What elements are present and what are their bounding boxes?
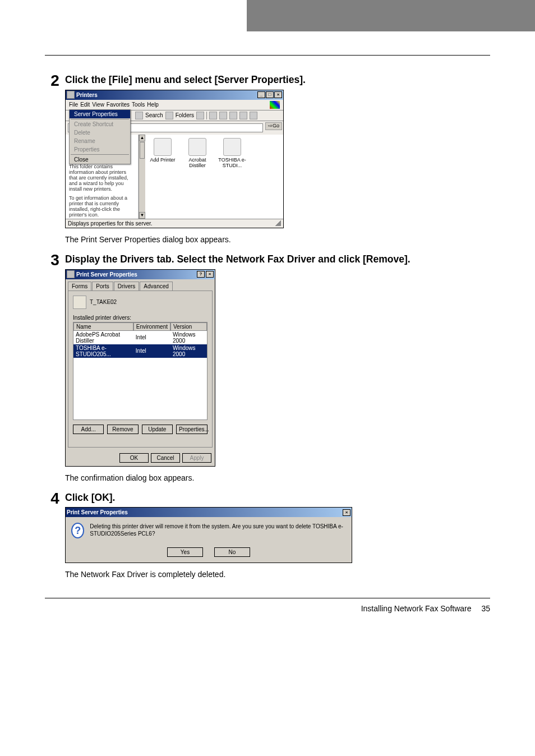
scroll-thumb[interactable] <box>140 142 145 159</box>
tab-drivers[interactable]: Drivers <box>114 282 140 291</box>
no-button[interactable]: No <box>214 547 250 557</box>
scroll-down-icon[interactable]: ▼ <box>139 212 145 219</box>
resize-grip-icon[interactable] <box>275 220 281 226</box>
info-text-2: To get information about a printer that … <box>69 195 135 218</box>
help-button[interactable]: ? <box>197 271 205 278</box>
menu-favorites[interactable]: Favorites <box>107 102 130 108</box>
dialog-title: Print Server Properties <box>67 509 128 515</box>
tab-ports[interactable]: Ports <box>92 282 113 291</box>
cancel-button[interactable]: Cancel <box>151 453 180 463</box>
tab-forms[interactable]: Forms <box>68 282 91 291</box>
close-button[interactable]: × <box>343 509 350 516</box>
acrobat-distiller-item[interactable]: Acrobat Distiller <box>183 138 211 168</box>
step-number: 4 <box>45 490 65 506</box>
minimize-button[interactable]: _ <box>257 91 265 98</box>
scrollbar[interactable]: ▲ ▼ <box>139 135 145 219</box>
go-button[interactable]: ⇨Go <box>265 122 282 130</box>
step-4: 4 Click [OK]. Print Server Properties × … <box>45 490 490 582</box>
dialog-title: Print Server Properties <box>76 271 137 278</box>
menu-file[interactable]: File <box>69 102 78 108</box>
step-3: 3 Display the Drivers tab. Select the Ne… <box>45 252 490 485</box>
menu-item-rename[interactable]: Rename <box>70 137 130 145</box>
step-desc: The Network Fax Driver is completely del… <box>65 570 490 579</box>
printers-icon <box>67 91 75 99</box>
step-title: Display the Drivers tab. Select the Netw… <box>65 253 490 266</box>
dialog-titlebar: Print Server Properties ? × <box>66 270 215 279</box>
menu-item-delete[interactable]: Delete <box>70 128 130 137</box>
delete-icon[interactable] <box>229 112 237 119</box>
file-menu-dropdown: Server Properties Create Shortcut Delete… <box>69 109 131 164</box>
step-desc: The Print Server Properties dialog box a… <box>65 235 490 244</box>
search-icon[interactable] <box>135 112 143 119</box>
step-number: 3 <box>45 252 65 268</box>
confirmation-dialog: Print Server Properties × ? Deleting thi… <box>65 507 352 563</box>
drivers-table: Name Environment Version AdobePS Acrobat… <box>73 322 207 420</box>
printer-icon <box>188 138 206 156</box>
status-text: Displays properties for this server. <box>68 220 153 227</box>
maximize-button[interactable]: □ <box>266 91 274 98</box>
page-content: 2 Click the [File] menu and select [Serv… <box>0 56 535 598</box>
page-number: 35 <box>481 604 490 613</box>
info-text-1: This folder contains information about p… <box>69 164 135 192</box>
remove-button[interactable]: Remove <box>107 425 138 434</box>
menu-help[interactable]: Help <box>147 102 159 108</box>
dialog-icon <box>67 270 75 278</box>
ok-button[interactable]: OK <box>119 453 149 463</box>
undo-icon[interactable] <box>239 112 247 119</box>
server-name: T_TAKE02 <box>90 299 117 305</box>
close-button[interactable]: × <box>206 271 214 278</box>
folders-label: Folders <box>176 112 194 118</box>
toshiba-printer-item[interactable]: TOSHIBA e-STUDI... <box>218 138 246 168</box>
update-button[interactable]: Update <box>142 425 173 434</box>
server-icon <box>73 296 86 309</box>
copy-icon[interactable] <box>219 112 227 119</box>
menu-edit[interactable]: Edit <box>80 102 90 108</box>
views-icon[interactable] <box>250 112 257 119</box>
confirmation-message: Deleting this printer driver will remove… <box>90 523 346 537</box>
search-label: Search <box>145 112 163 118</box>
menu-bar: File Edit View Favorites Tools Help <box>66 100 283 110</box>
apply-button[interactable]: Apply <box>182 453 211 463</box>
add-printer-icon <box>154 138 172 156</box>
window-title: Printers <box>76 92 98 98</box>
menu-item-create-shortcut[interactable]: Create Shortcut <box>70 120 130 128</box>
add-button[interactable]: Add... <box>73 425 104 434</box>
printers-window: Printers _ □ × File Edit View Favorites … <box>65 90 284 228</box>
col-version[interactable]: Version <box>170 322 207 331</box>
close-button[interactable]: × <box>274 91 282 98</box>
tab-body-drivers: T_TAKE02 Installed printer drivers: Name… <box>68 291 213 448</box>
step-2: 2 Click the [File] menu and select [Serv… <box>45 72 490 246</box>
table-row[interactable]: AdobePS Acrobat Distiller Intel Windows … <box>73 331 207 344</box>
step-desc: The confirmation dialog box appears. <box>65 473 490 482</box>
tab-advanced[interactable]: Advanced <box>140 282 172 291</box>
menu-item-close[interactable]: Close <box>70 155 130 164</box>
status-bar: Displays properties for this server. <box>66 219 283 228</box>
menu-item-server-properties[interactable]: Server Properties <box>70 110 130 118</box>
yes-button[interactable]: Yes <box>167 547 203 557</box>
folders-icon[interactable] <box>165 112 173 119</box>
windows-flag-icon <box>270 101 280 109</box>
drivers-list-label: Installed printer drivers: <box>73 315 207 321</box>
col-name[interactable]: Name <box>73 322 133 331</box>
col-environment[interactable]: Environment <box>133 322 170 331</box>
question-icon: ? <box>71 523 84 538</box>
table-row[interactable]: TOSHIBA e-STUDIO205... Intel Windows 200… <box>73 344 207 358</box>
properties-button[interactable]: Properties... <box>176 425 207 434</box>
scroll-up-icon[interactable]: ▲ <box>139 135 145 141</box>
tab-bar: Forms Ports Drivers Advanced <box>68 282 213 291</box>
menu-item-properties[interactable]: Properties <box>70 145 130 154</box>
dialog-button-row: OK Cancel Apply <box>66 450 215 466</box>
history-icon[interactable] <box>196 112 204 119</box>
move-icon[interactable] <box>209 112 217 119</box>
add-printer-item[interactable]: Add Printer <box>149 138 177 163</box>
step-title: Click [OK]. <box>65 491 490 504</box>
dialog-titlebar: Print Server Properties × <box>66 508 352 517</box>
page-footer: Installing Network Fax Software 35 <box>45 598 490 630</box>
print-server-properties-dialog: Print Server Properties ? × Forms Ports … <box>65 269 215 467</box>
footer-text: Installing Network Fax Software <box>361 604 472 613</box>
menu-view[interactable]: View <box>92 102 104 108</box>
menu-tools[interactable]: Tools <box>132 102 145 108</box>
window-titlebar: Printers _ □ × <box>66 90 283 100</box>
header-gray-block <box>247 0 535 31</box>
printers-list: Add Printer Acrobat Distiller TOSHIBA e-… <box>145 135 283 219</box>
